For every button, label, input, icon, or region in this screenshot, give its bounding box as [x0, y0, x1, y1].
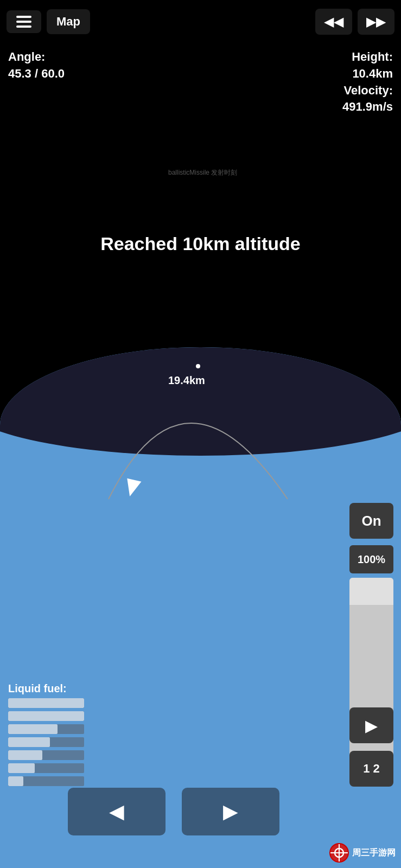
fuel-label: Liquid fuel:: [8, 682, 84, 695]
fuel-bar-row: [8, 724, 84, 734]
fuel-bar-bg: [8, 737, 84, 747]
fuel-bar-row: [8, 698, 84, 708]
fuel-bar-row: [8, 763, 84, 773]
velocity-label: Velocity:: [342, 82, 393, 99]
fuel-bar-bg: [8, 724, 84, 734]
distance-label: 19.4km: [168, 374, 205, 387]
toolbar: Map ◀◀ ▶▶: [0, 0, 401, 43]
angle-value: 45.3 / 60.0: [8, 66, 65, 82]
fuel-bar-fill: [8, 763, 35, 773]
fuel-bar-bg: [8, 750, 84, 760]
fuel-bar-fill: [8, 776, 23, 786]
fuel-bar-fill: [8, 724, 58, 734]
watermark-icon: [329, 843, 349, 863]
hamburger-icon: [16, 16, 31, 28]
atmosphere-cap: [0, 347, 401, 456]
velocity-value: 491.9m/s: [342, 99, 393, 116]
fuel-area: Liquid fuel:: [8, 682, 84, 789]
next-button[interactable]: ▶: [182, 788, 279, 835]
angle-label: Angle:: [8, 49, 65, 66]
watermark: 周三手游网: [329, 843, 396, 863]
small-text: ballisticMissile 发射时刻: [168, 168, 237, 177]
fuel-bar-row: [8, 776, 84, 786]
on-button[interactable]: On: [349, 503, 393, 539]
menu-button[interactable]: [7, 10, 41, 33]
fuel-bar-row: [8, 737, 84, 747]
throttle-slider-handle[interactable]: [349, 578, 393, 605]
fuel-bar-bg: [8, 711, 84, 721]
height-value: 10.4km: [342, 66, 393, 82]
hud-left: Angle: 45.3 / 60.0: [8, 49, 65, 82]
fuel-bar-fill: [8, 711, 84, 721]
hud-right: Height: 10.4km Velocity: 491.9m/s: [342, 49, 393, 116]
height-label: Height:: [342, 49, 393, 66]
fuel-bar-bg: [8, 763, 84, 773]
num-display[interactable]: 1 2: [349, 751, 393, 787]
map-button[interactable]: Map: [47, 9, 90, 34]
fuel-bars: [8, 698, 84, 786]
fuel-bar-row: [8, 750, 84, 760]
fast-forward-button[interactable]: ▶▶: [358, 9, 394, 35]
fuel-bar-bg: [8, 776, 84, 786]
fuel-bar-fill: [8, 698, 84, 708]
watermark-text: 周三手游网: [352, 847, 396, 859]
rewind-button[interactable]: ◀◀: [315, 9, 352, 35]
bottom-nav: ◀ ▶: [0, 788, 347, 835]
fuel-bar-row: [8, 711, 84, 721]
fuel-bar-bg: [8, 698, 84, 708]
fuel-bar-fill: [8, 750, 42, 760]
throttle-label: 100%: [349, 545, 393, 573]
fuel-bar-fill: [8, 737, 50, 747]
prev-button[interactable]: ◀: [68, 788, 166, 835]
play-button[interactable]: ▶: [349, 707, 393, 743]
achievement-text: Reached 10km altitude: [0, 233, 401, 254]
